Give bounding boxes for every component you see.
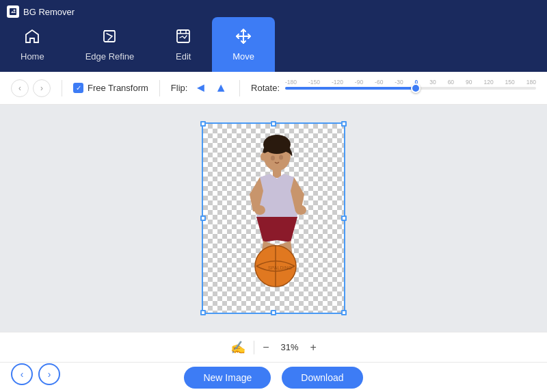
app-logo-icon [7, 5, 19, 18]
edit-icon [175, 28, 191, 47]
footer-back-button[interactable]: ‹ [11, 363, 33, 385]
footer-forward-button[interactable]: › [38, 363, 60, 385]
tab-home[interactable]: Home [0, 17, 65, 72]
footer-actions: New Image Download [184, 367, 362, 389]
download-button[interactable]: Download [282, 367, 362, 389]
handle-top-left[interactable] [200, 121, 206, 127]
handle-middle-left[interactable] [200, 215, 206, 221]
home-icon [24, 28, 40, 47]
rotate-fill [285, 87, 416, 90]
free-transform-label: Free Transform [88, 83, 148, 93]
handle-bottom-right[interactable] [341, 310, 347, 315]
image-canvas[interactable]: SPALDING [202, 122, 345, 314]
edge-refine-icon [101, 28, 118, 47]
rotate-track[interactable] [285, 87, 536, 90]
handle-middle-right[interactable] [341, 215, 347, 221]
handle-bottom-center[interactable] [271, 310, 276, 315]
svg-point-12 [295, 205, 306, 215]
check-icon: ✓ [76, 85, 81, 92]
divider-2 [159, 80, 160, 96]
svg-point-15 [261, 153, 266, 161]
nav-tabs: Home Edge Refine [0, 0, 547, 72]
app-title: BG Remover [23, 7, 75, 17]
hand-tool-icon[interactable]: ✍ [230, 340, 245, 355]
tab-edge-refine[interactable]: Edge Refine [65, 17, 155, 72]
person-image: SPALDING [203, 124, 344, 313]
tab-move[interactable]: Move [212, 17, 275, 72]
svg-point-1 [14, 10, 16, 12]
handle-top-right[interactable] [341, 121, 347, 127]
svg-point-11 [254, 205, 265, 215]
tab-edit-label: Edit [176, 51, 191, 62]
flip-section: Flip: ◄ ▲ [171, 79, 228, 96]
svg-rect-3 [177, 30, 189, 42]
new-image-button[interactable]: New Image [184, 367, 271, 389]
footer-bar: ‹ › New Image Download [0, 362, 547, 392]
footer-nav: ‹ › [11, 363, 60, 385]
svg-point-13 [271, 156, 275, 161]
tab-edit[interactable]: Edit [155, 17, 212, 72]
canvas-area: SPALDING [0, 105, 547, 332]
tab-move-label: Move [232, 51, 254, 62]
rotate-label: Rotate: [251, 83, 280, 93]
free-transform-checkbox[interactable]: ✓ [73, 83, 83, 93]
zoom-level: 31% [278, 342, 302, 352]
zoom-bar: ✍ − 31% + [0, 332, 547, 362]
undo-button[interactable]: ‹ [11, 79, 29, 97]
tab-edge-refine-label: Edge Refine [85, 51, 135, 62]
toolbar: ‹ › ✓ Free Transform Flip: ◄ ▲ Rotate: -… [0, 72, 547, 105]
svg-point-14 [279, 155, 283, 160]
handle-top-center[interactable] [271, 121, 276, 127]
rotate-ruler[interactable]: -180 -150 -120 -90 -60 -30 0 30 60 90 12… [285, 79, 536, 98]
flip-vertical-button[interactable]: ▲ [213, 79, 228, 96]
main-content: SPALDING [0, 105, 547, 392]
app-logo: BG Remover [7, 5, 75, 18]
handle-bottom-left[interactable] [200, 310, 206, 315]
flip-label: Flip: [171, 83, 188, 93]
rotate-thumb[interactable] [411, 83, 421, 93]
flip-horizontal-button[interactable]: ◄ [193, 79, 208, 96]
tab-home-label: Home [21, 51, 44, 62]
zoom-in-icon[interactable]: + [310, 341, 317, 354]
divider-3 [239, 80, 240, 96]
svg-text:SPALDING: SPALDING [268, 265, 292, 270]
history-nav: ‹ › [11, 79, 51, 97]
zoom-out-icon[interactable]: − [263, 341, 269, 354]
redo-button[interactable]: › [33, 79, 51, 97]
divider-1 [62, 80, 62, 96]
rotate-section: Rotate: -180 -150 -120 -90 -60 -30 0 30 … [251, 79, 536, 98]
move-icon [235, 28, 252, 47]
free-transform-section: ✓ Free Transform [73, 83, 148, 93]
svg-rect-2 [104, 31, 115, 42]
